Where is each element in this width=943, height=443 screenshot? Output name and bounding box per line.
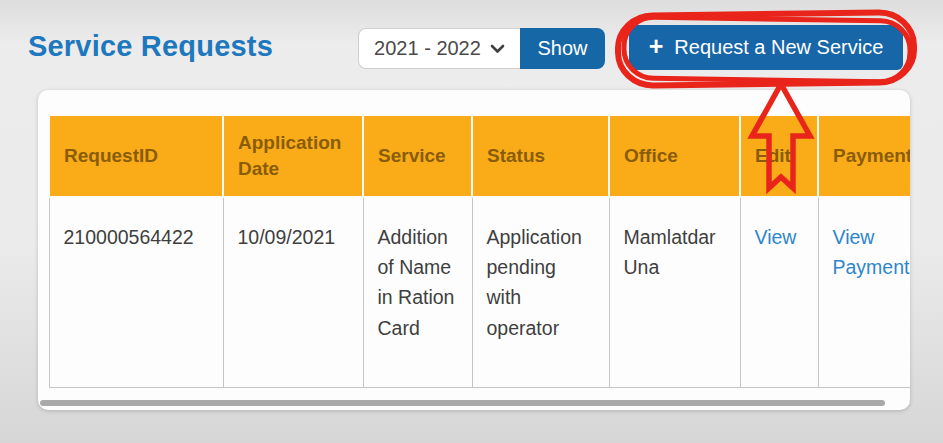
page-title: Service Requests <box>28 30 273 63</box>
view-payment-link[interactable]: View Payment <box>833 226 910 278</box>
request-new-service-button[interactable]: + Request a New Service <box>629 25 903 70</box>
cell-application-date: 10/09/2021 <box>223 197 363 387</box>
year-range-value: 2021 - 2022 <box>374 37 481 60</box>
cell-edit: View <box>740 197 818 387</box>
table-header-row: RequestID Application Date Service Statu… <box>49 115 910 197</box>
edit-view-link[interactable]: View <box>755 226 797 248</box>
column-header-request-id: RequestID <box>49 115 223 197</box>
table-wrapper: RequestID Application Date Service Statu… <box>48 114 910 388</box>
horizontal-scrollbar-track[interactable] <box>38 400 898 407</box>
service-requests-table-card: RequestID Application Date Service Statu… <box>38 90 910 410</box>
column-header-application-date: Application Date <box>223 115 363 197</box>
cell-status: Application pending with operator <box>472 197 609 387</box>
column-header-edit: Edit <box>740 115 818 197</box>
year-range-select[interactable]: 2021 - 2022 <box>358 28 520 69</box>
column-header-payment: Payment <box>818 115 910 197</box>
column-header-office: Office <box>609 115 740 197</box>
column-header-service: Service <box>363 115 472 197</box>
service-requests-page: Service Requests 2021 - 2022 Show + Requ… <box>0 0 943 443</box>
cell-request-id: 210000564422 <box>49 197 223 387</box>
cell-payment: View Payment <box>818 197 910 387</box>
table-row: 210000564422 10/09/2021 Addition of Name… <box>49 197 910 387</box>
cell-office: Mamlatdar Una <box>609 197 740 387</box>
chevron-down-icon <box>490 44 505 54</box>
cell-service: Addition of Name in Ration Card <box>363 197 472 387</box>
request-button-label: Request a New Service <box>674 36 883 59</box>
plus-icon: + <box>649 34 664 59</box>
column-header-status: Status <box>472 115 609 197</box>
year-filter-group: 2021 - 2022 Show <box>358 28 605 69</box>
horizontal-scrollbar-thumb[interactable] <box>40 400 885 406</box>
show-button[interactable]: Show <box>520 28 605 69</box>
service-requests-table: RequestID Application Date Service Statu… <box>48 114 910 388</box>
